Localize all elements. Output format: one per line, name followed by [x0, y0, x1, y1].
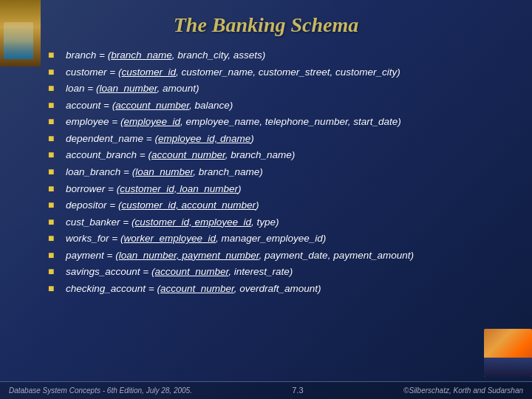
bullet-icon: ■ — [48, 232, 58, 244]
schema-item: ■savings_account = (account_number, inte… — [48, 264, 488, 280]
slide-title: The Banking Schema — [0, 0, 532, 44]
bullet-icon: ■ — [48, 249, 58, 261]
schema-text: account = (account_number, balance) — [66, 98, 233, 113]
schema-item: ■dependent_name = (employee_id, dname) — [48, 131, 488, 147]
bullet-icon: ■ — [48, 183, 58, 194]
schema-item: ■borrower = (customer_id, loan_number) — [48, 181, 488, 197]
schema-text: account_branch = (account_number, branch… — [66, 148, 295, 163]
schema-item: ■works_for = (worker_employee_id, manage… — [48, 231, 488, 247]
bullet-icon: ■ — [48, 49, 58, 61]
footer-left: Database System Concepts - 6th Edition, … — [9, 386, 192, 395]
footer-right: ©Silberschatz, Korth and Sudarshan — [403, 386, 523, 395]
schema-text: branch = (branch_name, branch_city, asse… — [66, 48, 265, 63]
bullet-icon: ■ — [48, 216, 58, 228]
bullet-icon: ■ — [48, 99, 58, 111]
schema-text: works_for = (worker_employee_id, manager… — [66, 231, 326, 246]
schema-item: ■branch = (branch_name, branch_city, ass… — [48, 47, 488, 64]
schema-text: dependent_name = (employee_id, dname) — [66, 132, 254, 146]
bullet-icon: ■ — [48, 149, 58, 160]
schema-text: customer = (customer_id, customer_name, … — [66, 65, 400, 80]
schema-text: employee = (employee_id, employee_name, … — [66, 115, 401, 129]
schema-item: ■account_branch = (account_number, branc… — [48, 147, 488, 163]
bullet-icon: ■ — [48, 82, 58, 94]
schema-text: savings_account = (account_number, inter… — [66, 265, 293, 279]
schema-item: ■cust_banker = (customer_id, employee_id… — [48, 214, 488, 231]
schema-item: ■customer = (customer_id, customer_name,… — [48, 64, 488, 81]
schema-item: ■loan = (loan_number, amount) — [48, 81, 488, 97]
schema-text: borrower = (customer_id, loan_number) — [66, 182, 242, 197]
schema-item: ■depositor = (customer_id, account_numbe… — [48, 197, 488, 214]
bullet-icon: ■ — [48, 166, 58, 177]
schema-text: payment = (loan_number, payment_number, … — [66, 248, 414, 263]
schema-list: ■branch = (branch_name, branch_city, ass… — [0, 44, 532, 381]
decorative-image-bottom-right — [484, 329, 532, 377]
footer-page-number: 7.3 — [292, 386, 303, 395]
bullet-icon: ■ — [48, 199, 58, 211]
schema-text: loan = (loan_number, amount) — [66, 81, 200, 96]
schema-text: depositor = (customer_id, account_number… — [66, 198, 259, 213]
schema-item: ■account = (account_number, balance) — [48, 98, 488, 114]
decorative-image-top-left — [0, 0, 41, 66]
schema-text: loan_branch = (loan_number, branch_name) — [66, 165, 263, 180]
schema-item: ■loan_branch = (loan_number, branch_name… — [48, 164, 488, 180]
schema-item: ■employee = (employee_id, employee_name,… — [48, 114, 488, 130]
schema-item: ■payment = (loan_number, payment_number,… — [48, 248, 488, 264]
schema-text: cust_banker = (customer_id, employee_id,… — [66, 215, 279, 230]
bullet-icon: ■ — [48, 115, 58, 127]
schema-text: checking_account = (account_number, over… — [66, 282, 321, 296]
slide: The Banking Schema ■branch = (branch_nam… — [0, 0, 532, 399]
footer: Database System Concepts - 6th Edition, … — [0, 381, 532, 399]
schema-item: ■checking_account = (account_number, ove… — [48, 281, 488, 297]
bullet-icon: ■ — [48, 66, 58, 78]
bullet-icon: ■ — [48, 282, 58, 294]
bullet-icon: ■ — [48, 265, 58, 277]
bullet-icon: ■ — [48, 132, 58, 144]
